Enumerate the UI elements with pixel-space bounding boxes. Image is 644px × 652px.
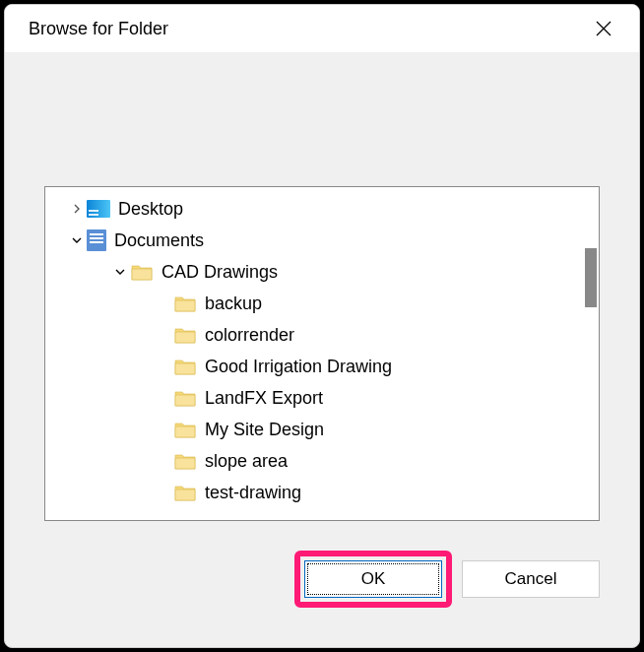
tree-item[interactable]: backup — [45, 288, 599, 319]
tree-item[interactable]: test-drawing — [45, 477, 599, 508]
tree-item-label: test-drawing — [205, 483, 301, 503]
tree-item[interactable]: Good Irrigation Drawing — [45, 351, 599, 382]
tree-item[interactable]: slope area — [45, 445, 599, 477]
close-icon — [596, 21, 612, 36]
folder-icon — [173, 449, 197, 473]
folder-tree-container: DesktopDocumentsCAD Drawingsbackupcolorr… — [44, 186, 600, 521]
folder-icon — [173, 323, 197, 347]
tree-item[interactable]: colorrender — [45, 319, 599, 351]
tree-item[interactable]: Desktop — [45, 193, 599, 225]
browse-folder-dialog: Browse for Folder DesktopDocumentsCAD Dr… — [4, 4, 640, 648]
folder-icon — [173, 481, 197, 504]
tree-item[interactable]: My Site Design — [45, 414, 599, 445]
dialog-title: Browse for Folder — [29, 19, 168, 39]
tree-item-label: colorrender — [205, 325, 294, 346]
cancel-button[interactable]: Cancel — [462, 560, 600, 598]
desktop-icon — [87, 200, 110, 218]
tree-item-label: Desktop — [118, 199, 183, 220]
folder-icon — [173, 292, 197, 315]
titlebar: Browse for Folder — [5, 5, 639, 52]
folder-icon — [173, 355, 197, 378]
chevron-right-icon[interactable] — [67, 199, 87, 219]
dialog-body-spacer — [5, 52, 639, 186]
folder-tree[interactable]: DesktopDocumentsCAD Drawingsbackupcolorr… — [45, 187, 599, 514]
tree-item-label: slope area — [205, 451, 288, 472]
chevron-down-icon[interactable] — [110, 262, 130, 282]
tree-item[interactable]: LandFX Export — [45, 382, 599, 414]
dialog-button-row: OK Cancel — [5, 521, 639, 608]
tree-item[interactable]: Documents — [45, 225, 599, 256]
close-button[interactable] — [584, 9, 623, 48]
folder-icon — [173, 386, 197, 410]
tree-item-label: Documents — [114, 230, 204, 251]
scrollbar-track[interactable] — [581, 187, 599, 520]
tree-item-label: My Site Design — [205, 420, 324, 440]
folder-icon — [173, 418, 197, 441]
tree-item[interactable]: CAD Drawings — [45, 256, 599, 288]
scrollbar-thumb[interactable] — [585, 248, 597, 307]
tree-item-label: LandFX Export — [205, 388, 323, 409]
folder-icon — [130, 260, 154, 284]
ok-highlight: OK — [294, 551, 452, 608]
ok-button[interactable]: OK — [304, 560, 442, 598]
tree-item-label: Good Irrigation Drawing — [205, 357, 392, 377]
documents-icon — [87, 229, 106, 251]
chevron-down-icon[interactable] — [67, 230, 87, 250]
tree-item-label: backup — [205, 293, 262, 314]
tree-item-label: CAD Drawings — [161, 262, 278, 283]
